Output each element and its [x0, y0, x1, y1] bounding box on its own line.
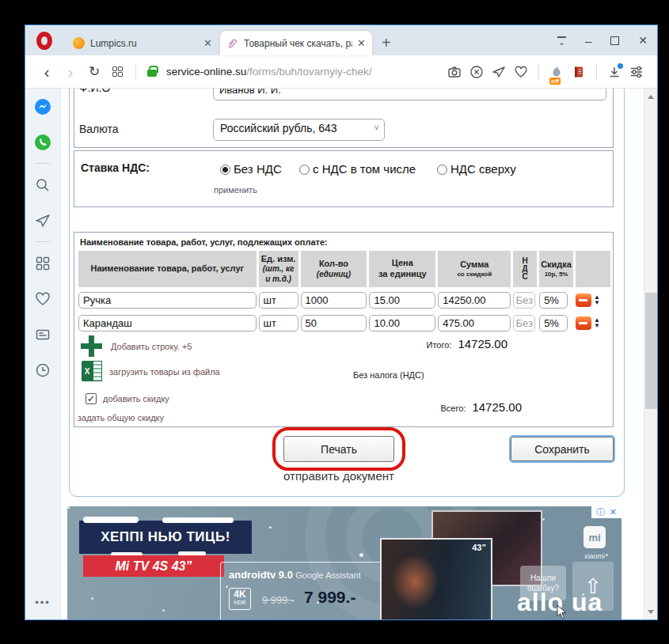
xiaomi-label: xiaomi	[578, 552, 611, 560]
add-row-link[interactable]: Добавить строку. +5	[111, 342, 192, 351]
url-field[interactable]: service-online.su/forms/buh/tovarnyiy-ch…	[166, 66, 442, 78]
ad-product-name: Mi TV 4S 43”	[83, 555, 224, 577]
item-sum-input[interactable]	[438, 315, 511, 331]
ad-banner[interactable]: ХЕППІ НЬЮ ТИЦЬ! Mi TV 4S 43” androidtv 9…	[67, 506, 621, 619]
easy-setup-icon[interactable]	[627, 63, 646, 81]
off-badge: off	[549, 78, 561, 85]
add-row-plus-icon[interactable]	[81, 335, 102, 357]
divider	[596, 64, 597, 80]
total-label: Всего:	[441, 403, 466, 413]
move-row-spinner[interactable]: ▲▼	[594, 294, 600, 305]
remove-row-button[interactable]	[576, 316, 591, 330]
item-qty-input[interactable]	[301, 315, 367, 331]
minimize-icon[interactable]: –	[585, 34, 591, 47]
address-bar[interactable]: ‹ › ↻ service-online.su/forms/buh/tovarn…	[25, 55, 657, 89]
forward-icon: ›	[60, 63, 81, 81]
move-row-spinner[interactable]: ▲▼	[594, 317, 600, 328]
add-discount-label[interactable]: добавить скидку	[103, 394, 169, 403]
item-price-input[interactable]	[369, 292, 435, 309]
personal-news-icon[interactable]	[32, 324, 53, 345]
tab-close-icon[interactable]: ✕	[352, 37, 366, 49]
new-tab-button[interactable]: +	[382, 34, 391, 52]
radio-icon[interactable]	[299, 165, 310, 175]
tab-search-icon[interactable]: ⌄	[557, 36, 566, 45]
downloads-icon[interactable]	[605, 63, 624, 81]
sidebar-more-icon[interactable]: •••	[35, 597, 51, 608]
item-qty-input[interactable]	[301, 292, 367, 309]
scrollbar-up-arrow[interactable]	[644, 90, 657, 103]
extension-book-icon[interactable]	[569, 63, 588, 81]
item-price-input[interactable]	[369, 315, 435, 331]
scrollbar-down-arrow[interactable]	[644, 605, 657, 618]
history-clock-icon[interactable]	[32, 360, 53, 381]
flow-paper-plane-icon[interactable]	[32, 210, 53, 231]
item-unit-input[interactable]	[259, 315, 298, 331]
search-icon[interactable]	[32, 175, 53, 195]
opera-logo-icon[interactable]	[36, 32, 52, 50]
vat-option-no-vat[interactable]: Без НДС	[220, 162, 282, 176]
set-total-discount-link[interactable]: задать общую скидку	[78, 413, 164, 422]
col-vat: НДС	[513, 251, 537, 287]
load-from-file-link[interactable]: загрузить товары из файла	[109, 367, 220, 377]
ad-close-icon[interactable]: ✕	[610, 506, 617, 518]
currency-select[interactable]: Российский рубль, 643 ˅	[213, 119, 385, 141]
url-path: /forms/buh/tovarnyiy-chek/	[246, 66, 371, 78]
radio-label[interactable]: НДС сверху	[450, 162, 516, 176]
item-sum-input[interactable]	[438, 292, 511, 309]
vat-option-included[interactable]: с НДС в том числе	[299, 162, 416, 176]
item-discount-input[interactable]	[539, 315, 568, 331]
scrollbar-thumb[interactable]	[645, 293, 657, 409]
snapshot-camera-icon[interactable]	[445, 63, 464, 81]
vat-option-on-top[interactable]: НДС сверху	[437, 162, 516, 176]
save-button[interactable]: Сохранить	[511, 437, 614, 461]
blocked-content-icon[interactable]	[467, 63, 486, 81]
fio-input[interactable]	[213, 89, 606, 100]
apply-link[interactable]: применить	[214, 185, 257, 195]
window-body: ••• Ф.И.О Валюта Российский рубль, 643 ˅…	[25, 89, 657, 619]
item-name-input[interactable]	[78, 315, 257, 331]
secure-lock-icon[interactable]	[147, 70, 157, 77]
ad-info-icon[interactable]: ⓘ	[596, 506, 605, 518]
tab-close-icon[interactable]: ✕	[199, 37, 212, 49]
items-table: Наименование товара, работ, услуг Ед. из…	[76, 248, 613, 335]
bookmark-heart-icon[interactable]	[511, 63, 530, 81]
subtotal-label: Итого:	[427, 340, 452, 350]
chevron-down-icon: ˅	[374, 123, 379, 132]
radio-label[interactable]: с НДС в том числе	[313, 162, 416, 176]
table-row: Без ▲▼	[78, 290, 610, 310]
item-discount-input[interactable]	[539, 292, 568, 309]
col-price: Ценаза единицу	[369, 251, 435, 287]
bookmarks-heart-icon[interactable]	[32, 289, 53, 309]
snow-cap	[83, 517, 139, 523]
messenger-icon[interactable]	[32, 97, 53, 117]
col-actions	[576, 251, 610, 287]
col-discount: Скидка10р, 5%	[539, 251, 573, 287]
whatsapp-icon[interactable]	[32, 132, 53, 153]
item-name-input[interactable]	[78, 292, 257, 309]
page-scrollbar[interactable]	[644, 89, 657, 619]
speed-dial-icon[interactable]	[112, 66, 123, 77]
browser-window: Lumpics.ru ✕ Товарный чек скачать, ра ✕ …	[25, 25, 657, 619]
reload-icon[interactable]: ↻	[84, 63, 105, 81]
divider	[135, 64, 136, 80]
back-icon[interactable]: ‹	[36, 63, 57, 81]
speed-dial-grid-icon[interactable]	[32, 253, 53, 274]
radio-icon[interactable]	[437, 165, 447, 175]
tab-current[interactable]: Товарный чек скачать, ра ✕	[220, 31, 372, 55]
assistant-label: Google Assistant	[295, 570, 361, 580]
tab-lumpics[interactable]: Lumpics.ru ✕	[67, 31, 219, 55]
add-discount-checkbox[interactable]: ✓	[86, 393, 97, 404]
print-button[interactable]: Печать	[283, 436, 394, 462]
radio-label[interactable]: Без НДС	[234, 162, 282, 176]
close-window-icon[interactable]: ✕	[638, 34, 648, 47]
tv-size-label: 43”	[472, 543, 486, 552]
maximize-icon[interactable]	[610, 36, 619, 45]
extension-flame-icon[interactable]: off	[547, 63, 566, 81]
send-document-link[interactable]: отправить документ	[275, 469, 403, 483]
remove-row-button[interactable]	[576, 294, 591, 307]
radio-checked-icon[interactable]	[220, 165, 230, 175]
my-flow-icon[interactable]	[489, 63, 508, 81]
excel-icon[interactable]: X	[82, 361, 102, 381]
tax-note: Без налога (НДС)	[353, 370, 424, 380]
item-unit-input[interactable]	[259, 292, 298, 309]
